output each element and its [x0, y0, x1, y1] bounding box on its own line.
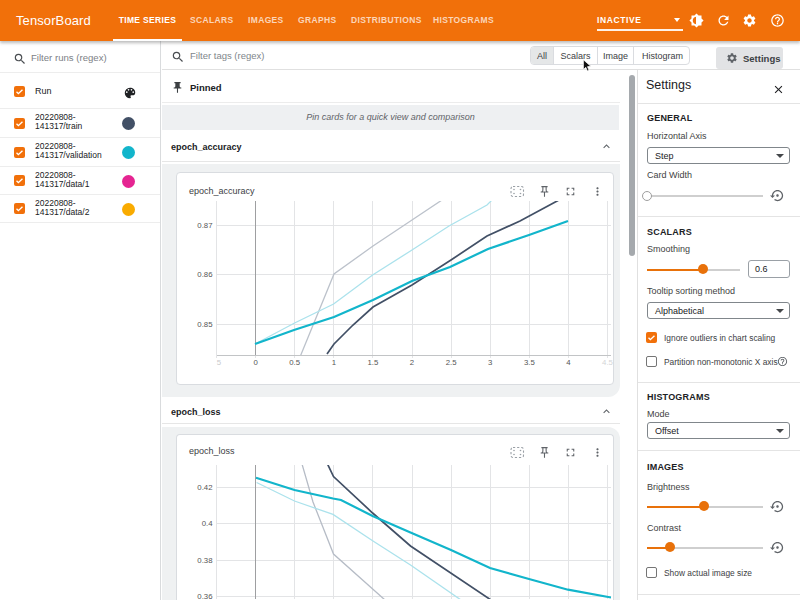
svg-text:0.38: 0.38	[197, 556, 212, 565]
svg-text:2: 2	[410, 358, 414, 367]
svg-text:0.87: 0.87	[197, 221, 212, 230]
svg-text:0.5: 0.5	[289, 358, 301, 367]
svg-text:0.86: 0.86	[197, 270, 212, 279]
svg-text:5: 5	[217, 358, 222, 367]
svg-text:0.36: 0.36	[197, 592, 212, 600]
svg-text:0.85: 0.85	[197, 320, 213, 329]
svg-text:4.5: 4.5	[602, 358, 614, 367]
svg-text:0: 0	[253, 358, 258, 367]
svg-text:0.42: 0.42	[197, 483, 212, 492]
svg-text:1.5: 1.5	[367, 358, 379, 367]
svg-text:4: 4	[566, 358, 571, 367]
svg-text:3: 3	[488, 358, 492, 367]
svg-text:2.5: 2.5	[446, 358, 458, 367]
svg-text:3.5: 3.5	[524, 358, 536, 367]
svg-text:1: 1	[332, 358, 336, 367]
svg-text:0.4: 0.4	[202, 519, 214, 528]
